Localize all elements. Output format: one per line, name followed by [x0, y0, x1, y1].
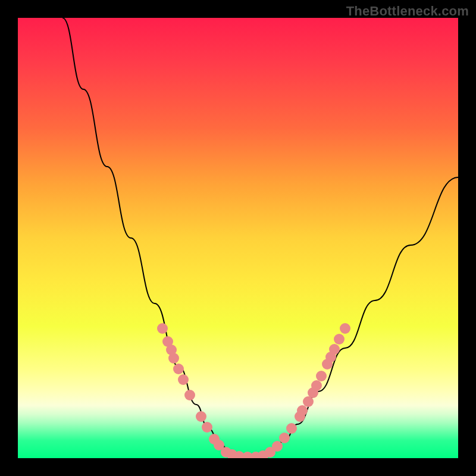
- data-marker: [340, 323, 350, 334]
- data-marker: [202, 422, 212, 433]
- curve-layer: [62, 18, 458, 457]
- data-marker: [316, 371, 327, 381]
- data-marker: [157, 323, 168, 334]
- watermark-text: TheBottleneck.com: [346, 4, 469, 19]
- curve-path: [62, 18, 458, 457]
- data-marker: [329, 344, 340, 355]
- data-marker: [279, 433, 290, 443]
- data-marker: [334, 334, 345, 345]
- chart-stage: TheBottleneck.com: [0, 0, 476, 476]
- data-marker: [297, 405, 308, 416]
- plot-area: [18, 18, 458, 458]
- data-marker: [196, 411, 206, 422]
- data-marker: [272, 441, 283, 452]
- data-marker: [311, 380, 322, 391]
- data-marker: [178, 374, 189, 385]
- data-marker: [184, 390, 195, 400]
- chart-svg: [18, 18, 458, 458]
- data-marker: [168, 353, 179, 364]
- data-marker: [173, 364, 184, 374]
- data-marker: [286, 423, 297, 434]
